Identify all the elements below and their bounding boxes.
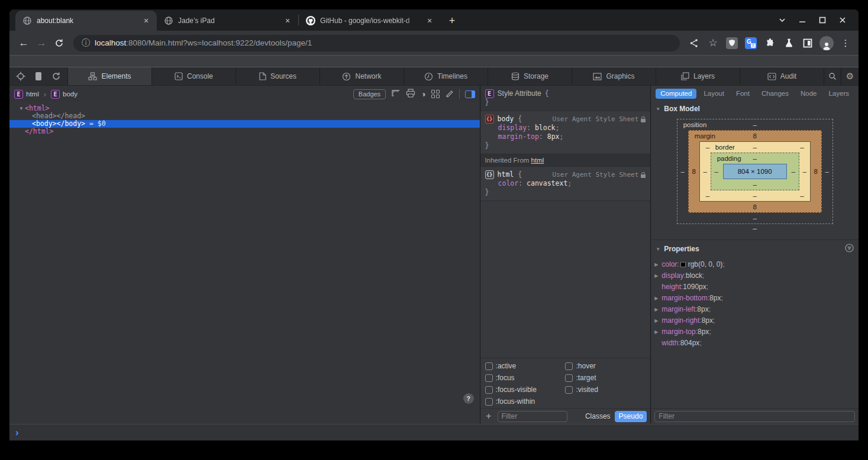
console-prompt-chevron[interactable]: ›: [15, 427, 19, 438]
tab-node[interactable]: Node: [796, 89, 822, 99]
tab-console[interactable]: Console: [152, 67, 236, 85]
collapse-triangle-icon[interactable]: ▼: [656, 247, 660, 252]
properties-filter-icon[interactable]: [845, 244, 854, 254]
box-border[interactable]: –border–– – padding– –: [699, 141, 811, 202]
tab-github[interactable]: GitHub - google/ios-webkit-d ×: [299, 11, 440, 31]
box-position[interactable]: position– – margin8 8 –border––: [677, 119, 833, 224]
computed-property-margin-bottom[interactable]: ▶margin-bottom: 8px;: [651, 293, 859, 304]
inherited-html-link[interactable]: html: [531, 157, 544, 164]
box-model-section-header[interactable]: ▼ Box Model: [651, 101, 859, 116]
badges-button[interactable]: Badges: [353, 89, 386, 99]
box-margin[interactable]: margin8 8 –border–– –: [688, 130, 822, 213]
tab-jades-ipad[interactable]: Jade’s iPad ×: [157, 11, 298, 31]
tab-audit[interactable]: Audit: [740, 67, 824, 85]
tab-layout[interactable]: Layout: [699, 89, 729, 99]
tab-storage[interactable]: Storage: [488, 67, 572, 85]
ruler-icon[interactable]: [391, 89, 401, 99]
tab-network[interactable]: Network: [320, 67, 404, 85]
checkbox[interactable]: [565, 362, 573, 370]
shield-extension-icon[interactable]: [724, 35, 740, 51]
computed-property-margin-top[interactable]: ▶margin-top: 8px;: [651, 326, 859, 338]
pseudo-focus[interactable]: :focus: [485, 374, 566, 382]
device-mode-icon[interactable]: [31, 69, 46, 83]
styles-filter-input[interactable]: [498, 411, 567, 422]
page-info-icon[interactable]: ⓘ: [82, 38, 90, 48]
checkbox[interactable]: [565, 374, 573, 382]
edit-brush-icon[interactable]: [445, 89, 454, 99]
breadcrumb-body[interactable]: E body: [51, 90, 78, 99]
computed-filter-input[interactable]: [654, 411, 855, 422]
url-bar[interactable]: ⓘ localhost:8080/Main.html?ws=localhost:…: [73, 35, 680, 51]
maximize-button[interactable]: [812, 17, 832, 24]
computed-property-display[interactable]: ▶display: block;: [651, 270, 859, 281]
tab-graphics[interactable]: Graphics: [572, 67, 656, 85]
pseudo-focus-within[interactable]: :focus-within: [485, 397, 566, 406]
tab-font[interactable]: Font: [731, 89, 754, 99]
tab-close-icon[interactable]: ×: [283, 16, 292, 25]
checkbox[interactable]: [565, 386, 573, 394]
appearance-contrast-icon[interactable]: ◑: [421, 90, 425, 98]
pseudo-visited[interactable]: :visited: [565, 386, 646, 394]
extensions-puzzle-icon[interactable]: [761, 35, 778, 51]
tab-layers[interactable]: Layers: [824, 89, 854, 99]
new-tab-button[interactable]: +: [444, 12, 460, 29]
translate-extension-icon[interactable]: G文: [743, 35, 759, 51]
css-property[interactable]: display: block;: [485, 124, 646, 132]
browser-menu-kebab-icon[interactable]: ⋮: [837, 35, 854, 51]
devtools-settings-gear-icon[interactable]: ⚙: [841, 67, 859, 85]
tab-close-icon[interactable]: ×: [425, 16, 434, 25]
checkbox[interactable]: [485, 374, 493, 382]
devtools-search-icon[interactable]: [824, 67, 841, 85]
pseudo-toggle-button[interactable]: Pseudo: [615, 411, 647, 422]
dom-tree[interactable]: ▼<html> <head></head> <body></body> = $0…: [9, 102, 480, 424]
share-icon[interactable]: [686, 35, 702, 51]
dom-node-body-selected[interactable]: <body></body> = $0: [9, 120, 480, 128]
computed-scroll-area[interactable]: ▼ Box Model position– – margin8 8: [651, 101, 859, 408]
inspect-element-icon[interactable]: [13, 69, 28, 83]
devtools-reload-icon[interactable]: [49, 69, 64, 83]
pseudo-active[interactable]: :active: [485, 362, 566, 370]
dom-node-html-close[interactable]: </html>: [9, 128, 480, 135]
layout-grid-icon[interactable]: [431, 90, 440, 98]
tab-changes[interactable]: Changes: [757, 89, 793, 99]
tab-search-chevron-icon[interactable]: [772, 18, 792, 22]
computed-property-margin-right[interactable]: ▶margin-right: 8px;: [651, 315, 859, 326]
classes-toggle[interactable]: Classes: [585, 412, 611, 420]
pseudo-focus-visible[interactable]: :focus-visible: [485, 386, 566, 394]
css-property[interactable]: color: canvastext;: [485, 179, 646, 188]
computed-property-margin-left[interactable]: ▶margin-left: 8px;: [651, 304, 859, 315]
breadcrumb-html[interactable]: E html: [14, 90, 39, 99]
tab-close-icon[interactable]: ×: [141, 16, 151, 25]
checkbox[interactable]: [485, 386, 493, 394]
pseudo-target[interactable]: :target: [565, 374, 646, 382]
add-rule-button[interactable]: +: [484, 411, 493, 422]
flask-extension-icon[interactable]: [780, 35, 797, 51]
help-button[interactable]: ?: [463, 393, 474, 404]
computed-property-color[interactable]: ▶color: rgb(0, 0, 0);: [651, 259, 859, 270]
profile-avatar[interactable]: [818, 35, 835, 51]
tab-sources[interactable]: Sources: [236, 67, 320, 85]
style-attribute-section[interactable]: E Style Attribute { }: [480, 86, 651, 111]
details-sidebar-toggle-icon[interactable]: [465, 90, 475, 98]
checkbox[interactable]: [485, 398, 493, 406]
computed-property-height[interactable]: height: 1090px;: [651, 281, 859, 293]
back-button[interactable]: ←: [15, 35, 32, 51]
forward-button[interactable]: →: [33, 35, 50, 51]
reload-button[interactable]: [51, 35, 67, 51]
minimize-button[interactable]: [792, 17, 812, 24]
print-icon[interactable]: [406, 89, 415, 99]
box-content[interactable]: 804 × 1090: [723, 164, 787, 179]
bookmark-star-icon[interactable]: ☆: [705, 35, 721, 51]
tab-elements[interactable]: Elements: [68, 67, 152, 85]
tab-layers[interactable]: Layers: [656, 67, 740, 85]
computed-property-width[interactable]: width: 804px;: [651, 338, 859, 349]
box-padding[interactable]: padding– – 804 × 1090 – –: [711, 153, 799, 190]
console-prompt-row[interactable]: ›: [9, 424, 859, 440]
collapse-triangle-icon[interactable]: ▼: [656, 106, 660, 112]
tab-about-blank[interactable]: about:blank ×: [15, 11, 157, 31]
properties-section-header[interactable]: ▼ Properties: [651, 239, 859, 258]
css-rule-body[interactable]: {} body { User Agent Style Sheet display…: [480, 111, 651, 154]
css-property[interactable]: margin-top: 8px;: [485, 132, 646, 141]
reader-panel-extension-icon[interactable]: [799, 35, 816, 51]
checkbox[interactable]: [485, 362, 493, 370]
